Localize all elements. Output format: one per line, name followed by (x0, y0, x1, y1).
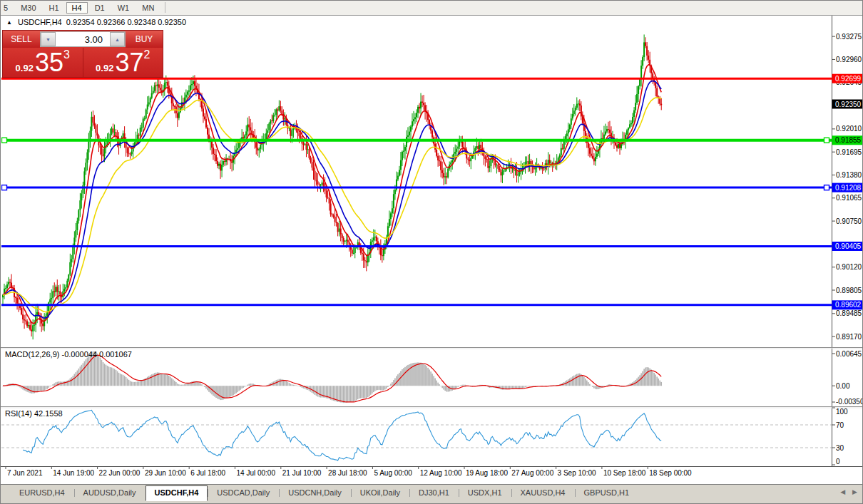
svg-text:0.89485: 0.89485 (836, 309, 862, 317)
buy-price-big: 37 (115, 51, 143, 75)
buy-price-pip: 2 (143, 49, 150, 61)
timeframe-button-mn[interactable]: MN (136, 2, 160, 14)
rsi-indicator-label: RSI(14) 42.1558 (5, 409, 63, 418)
svg-text:28 Jul 18:00: 28 Jul 18:00 (328, 469, 367, 477)
sell-price-prefix: 0.92 (16, 61, 34, 75)
toolbar-separator (165, 2, 165, 13)
tab-audusd-daily[interactable]: AUDUSD,Daily (74, 486, 145, 500)
svg-text:0.91065: 0.91065 (836, 194, 862, 202)
svg-text:0.91380: 0.91380 (836, 171, 862, 179)
tab-ukoil-daily[interactable]: UKOil,Daily (351, 486, 409, 500)
svg-text:0.92699: 0.92699 (835, 75, 862, 83)
svg-text:0.89805: 0.89805 (836, 287, 862, 294)
timeframe-button-m5[interactable]: 5 (1, 2, 14, 14)
sell-button[interactable]: SELL (3, 31, 40, 48)
svg-text:19 Aug 18:00: 19 Aug 18:00 (466, 469, 508, 477)
tab-usdchf-h4[interactable]: USDCHF,H4 (145, 485, 208, 501)
svg-text:10 Sep 18:00: 10 Sep 18:00 (603, 469, 646, 477)
chart-title: ▲ USDCHF,H4 0.92354 0.92366 0.92348 0.92… (6, 18, 186, 26)
tab-usdcnh-daily[interactable]: USDCNH,Daily (279, 486, 351, 500)
svg-text:5 Aug 00:00: 5 Aug 00:00 (374, 469, 412, 477)
svg-text:6 Jul 18:00: 6 Jul 18:00 (190, 469, 225, 477)
svg-text:14 Jun 19:00: 14 Jun 19:00 (53, 469, 94, 477)
buy-price[interactable]: 0.92 37 2 (83, 48, 163, 77)
svg-text:0.90750: 0.90750 (836, 217, 862, 225)
svg-text:0: 0 (836, 458, 840, 466)
timeframe-button-m30[interactable]: M30 (15, 2, 41, 14)
svg-text:0.93275: 0.93275 (836, 33, 862, 41)
svg-text:30: 30 (836, 444, 844, 452)
svg-text:0.91695: 0.91695 (836, 148, 862, 156)
svg-text:0.89170: 0.89170 (836, 333, 862, 341)
tab-eurusd-h4[interactable]: EURUSD,H4 (10, 486, 74, 500)
svg-text:12 Aug 10:00: 12 Aug 10:00 (420, 469, 462, 477)
tab-dj30-h1[interactable]: DJ30,H1 (409, 486, 459, 500)
timeframe-toolbar: 5 M30 H1 H4 D1 W1 MN (0, 0, 863, 16)
timeframe-button-h4[interactable]: H4 (66, 2, 88, 14)
svg-text:0.89602: 0.89602 (835, 301, 862, 309)
tab-usdcad-daily[interactable]: USDCAD,Daily (208, 486, 279, 500)
svg-text:70: 70 (836, 421, 844, 429)
timeframe-button-w1[interactable]: W1 (112, 2, 136, 14)
svg-text:0.00: 0.00 (836, 382, 850, 390)
chart-symbol: USDCHF,H4 (18, 18, 62, 26)
macd-indicator-label: MACD(12,26,9) -0.000044 0.001067 (5, 350, 132, 359)
sell-price-pip: 3 (63, 49, 70, 61)
svg-text:0.91208: 0.91208 (835, 184, 862, 192)
svg-text:27 Aug 00:00: 27 Aug 00:00 (511, 469, 553, 477)
chart-tab-bar: EURUSD,H4 AUDUSD,Daily USDCHF,H4 USDCAD,… (0, 484, 863, 504)
tab-scroll-left-icon[interactable]: ◀ (840, 488, 845, 495)
tab-gbpusd-h1[interactable]: GBPUSD,H1 (575, 486, 639, 500)
svg-text:100: 100 (836, 408, 848, 416)
svg-text:0.92010: 0.92010 (836, 125, 862, 133)
sell-price[interactable]: 0.92 35 3 (3, 48, 83, 77)
timeframe-button-h1[interactable]: H1 (44, 2, 65, 14)
svg-text:0.92960: 0.92960 (836, 56, 862, 63)
svg-text:0.92350: 0.92350 (835, 101, 862, 108)
timeframe-button-d1[interactable]: D1 (89, 2, 111, 14)
volume-increase-button[interactable]: ▲ (110, 32, 125, 46)
volume-input[interactable]: 3.00 (56, 32, 110, 46)
svg-text:21 Jul 10:00: 21 Jul 10:00 (282, 469, 322, 477)
buy-button[interactable]: BUY (126, 31, 163, 48)
tab-xauusd-h4[interactable]: XAUUSD,H4 (511, 486, 575, 500)
up-triangle-icon: ▲ (6, 19, 12, 26)
tab-scroll-right-icon[interactable]: ▶ (852, 488, 857, 495)
svg-text:29 Jun 10:00: 29 Jun 10:00 (145, 469, 186, 477)
svg-text:3 Sep 10:00: 3 Sep 10:00 (558, 469, 596, 477)
svg-text:-0.003507: -0.003507 (836, 398, 863, 406)
svg-text:0.006451: 0.006451 (836, 350, 863, 358)
volume-decrease-button[interactable]: ▼ (41, 32, 56, 46)
one-click-trade-panel: SELL ▼ 3.00 ▲ BUY 0.92 35 3 0.92 37 2 (2, 30, 163, 78)
svg-text:0.91855: 0.91855 (835, 136, 862, 144)
svg-text:0.90120: 0.90120 (836, 263, 862, 271)
svg-text:18 Sep 00:00: 18 Sep 00:00 (649, 469, 692, 477)
svg-text:14 Jul 00:00: 14 Jul 00:00 (237, 469, 276, 477)
svg-text:22 Jun 00:00: 22 Jun 00:00 (99, 469, 141, 477)
sell-price-big: 35 (35, 51, 63, 75)
svg-text:0.90405: 0.90405 (835, 242, 862, 250)
tab-usdx-h1[interactable]: USDX,H1 (459, 486, 511, 500)
svg-text:7 Jun 2021: 7 Jun 2021 (7, 469, 43, 477)
chart-ohlc-values: 0.92354 0.92366 0.92348 0.92350 (66, 18, 186, 26)
buy-price-prefix: 0.92 (96, 61, 113, 75)
